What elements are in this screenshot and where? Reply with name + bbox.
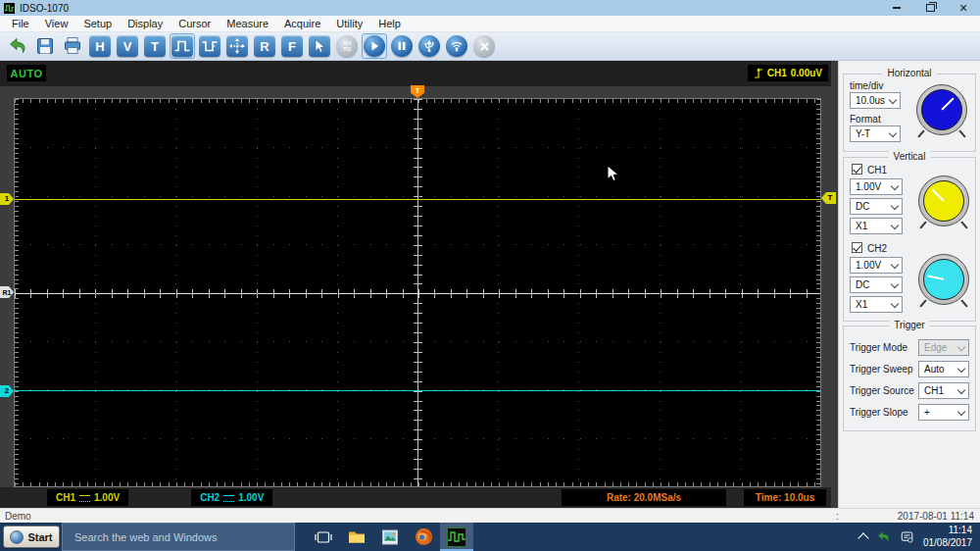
- menu-utility[interactable]: Utility: [328, 16, 370, 31]
- ch1-checkbox[interactable]: [852, 164, 862, 175]
- window-title: IDSO-1070: [20, 3, 69, 14]
- grid-vline: [660, 99, 661, 486]
- edge-trigger-icon: [754, 67, 763, 79]
- scope-screen[interactable]: [14, 98, 821, 487]
- ch2-position-marker[interactable]: 2: [0, 385, 14, 397]
- ch2-scale-select[interactable]: 1.00V: [850, 257, 903, 274]
- vertical-group-title: Vertical: [889, 151, 931, 162]
- ch2-probe-select[interactable]: X1: [850, 296, 903, 313]
- task-view-button[interactable]: [307, 523, 340, 551]
- menu-file[interactable]: File: [4, 16, 37, 31]
- pause-icon: [391, 35, 413, 57]
- run-icon: [364, 35, 385, 57]
- cursor-tool-button[interactable]: [307, 33, 332, 59]
- menu-setup[interactable]: Setup: [75, 16, 120, 31]
- menu-display[interactable]: Display: [120, 16, 171, 31]
- close-button[interactable]: ✕: [947, 0, 980, 16]
- trigger-mode-select: Edge: [918, 339, 969, 356]
- grid-hline: [15, 147, 820, 148]
- autoset-button: AUTO: [334, 33, 360, 59]
- search-placeholder: Search the web and Windows: [74, 531, 218, 543]
- reference-button[interactable]: R: [252, 33, 277, 59]
- chevron-down-icon: [889, 128, 897, 136]
- horizontal-knob[interactable]: [916, 84, 967, 135]
- trigger-menu-button-glyph: T: [151, 39, 159, 54]
- usb-connect-icon: [418, 35, 440, 57]
- menu-acquire[interactable]: Acquire: [276, 16, 328, 31]
- start-button[interactable]: Start: [3, 526, 60, 548]
- grid-hline: [15, 438, 820, 439]
- ch1-position-knob[interactable]: [918, 175, 969, 226]
- chevron-down-icon: [891, 221, 899, 228]
- trigger-position-marker[interactable]: T: [411, 85, 424, 98]
- status-datetime: 2017-08-01 11:14: [898, 511, 974, 522]
- print-button[interactable]: [60, 33, 85, 59]
- ch1-position-marker[interactable]: 1: [0, 193, 14, 205]
- menu-view[interactable]: View: [37, 16, 76, 31]
- file-explorer-button[interactable]: [340, 523, 373, 551]
- format-select[interactable]: Y-T: [850, 125, 901, 142]
- notification-tray-icon[interactable]: [900, 529, 914, 544]
- taskbar-clock[interactable]: 11:14 01/08/2017: [923, 525, 972, 549]
- waveform-normal-button[interactable]: [170, 33, 195, 59]
- ch2-coupling-select[interactable]: DC: [850, 276, 903, 293]
- check-icon: [853, 242, 861, 251]
- firefox-button[interactable]: [407, 523, 440, 551]
- trigger-sweep-select[interactable]: Auto: [918, 361, 969, 377]
- menu-measure[interactable]: Measure: [219, 16, 276, 31]
- waveform-invert-button[interactable]: [197, 33, 222, 59]
- trigger-menu-button[interactable]: T: [142, 33, 168, 59]
- oscilloscope-app-button[interactable]: [440, 523, 473, 551]
- disconnect-button: [471, 33, 497, 59]
- restore-button[interactable]: [913, 0, 947, 16]
- trigger-row-label: Trigger Sweep: [850, 364, 913, 375]
- tray-app-icon[interactable]: [876, 529, 891, 544]
- tray-expand-icon[interactable]: [858, 532, 868, 543]
- trigger-source-select[interactable]: CH1: [918, 382, 969, 399]
- menu-bar: FileViewSetupDisplayCursorMeasureAcquire…: [0, 16, 980, 32]
- fft-button[interactable]: F: [279, 33, 305, 59]
- wifi-connect-icon: [446, 35, 467, 57]
- trigger-group: Trigger Trigger ModeEdgeTrigger SweepAut…: [843, 326, 976, 431]
- ref-position-marker[interactable]: R1: [0, 286, 14, 298]
- ch2-checkbox-label: CH2: [867, 243, 887, 254]
- fft-button-glyph: F: [288, 39, 296, 54]
- taskbar-search-input[interactable]: Search the web and Windows: [62, 523, 295, 551]
- grid-vline: [337, 99, 338, 486]
- ch1-scale-select[interactable]: 1.00V: [850, 178, 903, 195]
- trigger-level-marker[interactable]: T: [821, 192, 836, 204]
- ch2-checkbox[interactable]: [852, 242, 862, 253]
- run-button[interactable]: [362, 33, 387, 59]
- save-button[interactable]: [32, 33, 58, 59]
- select-value: Auto: [924, 364, 945, 375]
- import-export-button[interactable]: [5, 33, 30, 59]
- trigger-slope-select[interactable]: +: [918, 404, 969, 421]
- usb-connect-button[interactable]: [416, 33, 442, 59]
- pause-button[interactable]: [389, 33, 415, 59]
- timediv-value: 10.0us: [856, 95, 885, 106]
- ch1-coupling-select[interactable]: DC: [850, 198, 903, 215]
- title-bar: IDSO-1070 ✕: [0, 0, 980, 16]
- photos-button[interactable]: [373, 523, 407, 551]
- grid-vline: [498, 99, 499, 486]
- taskbar: Start Search the web and Windows: [0, 523, 980, 551]
- ch2-scale-value: 1.00V: [856, 260, 881, 271]
- chevron-down-icon: [891, 201, 899, 209]
- vertical-menu-button[interactable]: V: [115, 33, 140, 59]
- menu-cursor[interactable]: Cursor: [171, 16, 219, 31]
- horizontal-menu-button[interactable]: H: [87, 33, 113, 59]
- minimize-button[interactable]: [880, 0, 913, 16]
- menu-help[interactable]: Help: [370, 16, 409, 31]
- toolbar: HVTRFAUTO: [0, 32, 980, 61]
- pan-zoom-button[interactable]: [224, 33, 250, 59]
- chevron-down-icon: [891, 299, 899, 307]
- ch2-position-knob[interactable]: [918, 254, 969, 305]
- ch1-checkbox-label: CH1: [867, 165, 887, 175]
- reference-button-glyph: R: [260, 39, 269, 54]
- oscilloscope-app-icon: [447, 527, 466, 547]
- wifi-connect-button[interactable]: [444, 33, 469, 59]
- trigger-row-label: Trigger Source: [850, 385, 914, 396]
- timediv-select[interactable]: 10.0us: [850, 92, 901, 109]
- ch2-label: CH2: [200, 492, 220, 503]
- ch1-probe-select[interactable]: X1: [850, 218, 903, 234]
